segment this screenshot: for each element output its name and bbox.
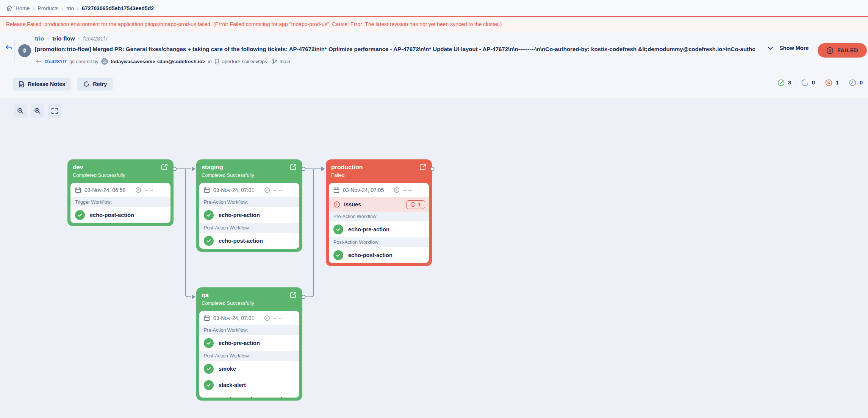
workflow-row[interactable]: slack-alert xyxy=(199,377,299,393)
stat-failed: 1 xyxy=(825,79,839,86)
breadcrumb-separator: › xyxy=(33,5,34,11)
release-status-badge[interactable]: FAILED xyxy=(818,43,867,58)
chevron-down-icon xyxy=(768,46,773,50)
calendar-icon xyxy=(204,187,210,193)
author-avatar xyxy=(101,58,108,65)
workflow-name: echo-pre-action xyxy=(219,212,260,218)
zoom-in-button[interactable] xyxy=(31,104,44,118)
workflow-row[interactable]: smoketests-jsonp-onExit-send xyxy=(199,393,299,398)
breadcrumb-item-products[interactable]: Products xyxy=(38,5,58,11)
breadcrumb-item-release-id: 672703065d5eb17543eed5d2 xyxy=(82,5,154,11)
env-card-body: 03-Nov-24, 07:05 -- -- Issues 1 Pre-Acti… xyxy=(329,183,429,263)
stat-succeeded: 3 xyxy=(777,79,791,86)
fit-to-screen-button[interactable] xyxy=(48,104,61,118)
alert-circle-icon xyxy=(333,201,340,208)
stat-succeeded-value: 3 xyxy=(788,80,791,86)
breadcrumb-separator: › xyxy=(62,5,64,11)
env-name: staging xyxy=(202,164,297,171)
document-icon xyxy=(19,81,24,87)
release-notes-label: Release Notes xyxy=(28,81,65,87)
pipeline-canvas: dev Completed Successfully 03-Nov-24, 06… xyxy=(0,98,868,418)
env-card-production[interactable]: production Failed 03-Nov-24, 07:05 -- --… xyxy=(326,159,432,266)
workflow-section-label: Pre-Action Workflow: xyxy=(199,325,299,335)
env-card-header: production Failed xyxy=(326,159,432,183)
issues-count-badge[interactable]: 1 xyxy=(406,200,425,209)
workflow-name: echo-post-action xyxy=(348,252,393,258)
issues-count: 1 xyxy=(418,202,421,207)
env-card-body: 03-Nov-24, 06:58 -- -- Trigger Workflow:… xyxy=(70,183,170,223)
external-link-icon[interactable] xyxy=(289,291,298,299)
env-duration: -- -- xyxy=(274,315,282,321)
error-banner: Release Failed: production environment f… xyxy=(0,16,868,32)
calendar-icon xyxy=(204,315,210,321)
env-card-qa[interactable]: qa Completed Successfully 03-Nov-24, 07:… xyxy=(196,287,302,401)
workflow-row[interactable]: echo-pre-action xyxy=(329,221,429,237)
commit-author: todaywasawesome <dan@codefresh.io> xyxy=(111,59,205,64)
product-link[interactable]: trio xyxy=(35,35,44,42)
divider xyxy=(796,78,796,87)
breadcrumb-item-product[interactable]: trio xyxy=(67,5,74,11)
commit-by-text: git commit by xyxy=(69,59,99,64)
check-circle-icon xyxy=(333,250,343,260)
spinner-icon xyxy=(801,79,809,86)
workflow-row[interactable]: smoke xyxy=(199,361,299,377)
env-status-text: Completed Successfully xyxy=(202,172,297,178)
breadcrumb-item-home[interactable]: Home xyxy=(16,5,30,11)
workflow-row[interactable]: echo-post-action xyxy=(70,207,170,223)
clock-icon xyxy=(849,79,856,86)
x-circle-icon xyxy=(826,47,834,54)
workflow-section-label: Pre-Action Workflow: xyxy=(199,197,299,207)
env-date-row: 03-Nov-24, 06:58 -- -- xyxy=(70,183,170,197)
env-card-dev[interactable]: dev Completed Successfully 03-Nov-24, 06… xyxy=(67,159,174,226)
commit-sha-link[interactable]: f2c4281f7 xyxy=(44,59,67,64)
env-date: 03-Nov-24, 07:01 xyxy=(213,315,254,321)
commit-in-text: in xyxy=(208,59,212,64)
check-circle-icon xyxy=(204,338,214,348)
release-notes-button[interactable]: Release Notes xyxy=(13,78,71,90)
clock-icon xyxy=(264,315,270,321)
repo-name[interactable]: aperture-sci/DevOps xyxy=(222,59,267,64)
workflow-name: slack-alert xyxy=(219,382,246,388)
release-toolbar: Release Notes Retry xyxy=(13,78,113,90)
issues-row[interactable]: Issues 1 xyxy=(329,197,429,212)
env-name: dev xyxy=(73,164,168,171)
show-more-button[interactable]: Show More xyxy=(768,45,809,51)
home-icon[interactable] xyxy=(6,5,13,11)
zoom-out-button[interactable] xyxy=(14,104,27,118)
workflow-row[interactable]: echo-post-action xyxy=(199,233,299,249)
x-circle-icon xyxy=(825,79,832,86)
check-circle-icon xyxy=(204,236,214,246)
workflow-row[interactable]: echo-post-action xyxy=(329,247,429,263)
release-title-row: trio trio-flow f2c4281f7 xyxy=(35,35,108,42)
release-rocket-avatar xyxy=(18,44,31,57)
stat-failed-value: 1 xyxy=(836,80,839,86)
commit-message: [promotion:trio-flow] Merged PR: General… xyxy=(35,46,755,52)
stat-running-value: 0 xyxy=(812,80,815,86)
external-link-icon[interactable] xyxy=(161,163,169,172)
env-card-header: dev Completed Successfully xyxy=(67,159,174,183)
workflow-row[interactable]: echo-pre-action xyxy=(199,335,299,351)
env-date: 03-Nov-24, 07:05 xyxy=(343,187,384,193)
branch-name[interactable]: main xyxy=(280,59,290,64)
stat-running: 0 xyxy=(801,79,815,86)
env-card-body: 03-Nov-24, 07:01 -- -- Pre-Action Workfl… xyxy=(199,183,299,249)
retry-button[interactable]: Retry xyxy=(77,78,113,90)
workflow-row[interactable]: echo-pre-action xyxy=(199,207,299,223)
external-link-icon[interactable] xyxy=(289,163,298,172)
env-duration: -- -- xyxy=(145,187,153,193)
check-circle-icon xyxy=(333,225,343,234)
env-date: 03-Nov-24, 06:58 xyxy=(84,187,125,193)
commit-arrow-icon xyxy=(35,59,42,64)
divider xyxy=(820,78,820,87)
env-status-text: Failed xyxy=(331,172,427,178)
stat-pending: 0 xyxy=(849,79,863,86)
check-circle-icon xyxy=(204,380,214,390)
workflow-section-label: Post-Action Workflow: xyxy=(329,237,429,247)
env-status-text: Completed Successfully xyxy=(73,172,168,178)
external-link-icon[interactable] xyxy=(419,163,427,172)
back-icon[interactable] xyxy=(5,44,14,53)
clock-icon xyxy=(135,187,141,193)
env-card-staging[interactable]: staging Completed Successfully 03-Nov-24… xyxy=(196,159,302,252)
show-more-label: Show More xyxy=(779,45,809,51)
canvas-zoom-toolbar xyxy=(14,104,61,118)
